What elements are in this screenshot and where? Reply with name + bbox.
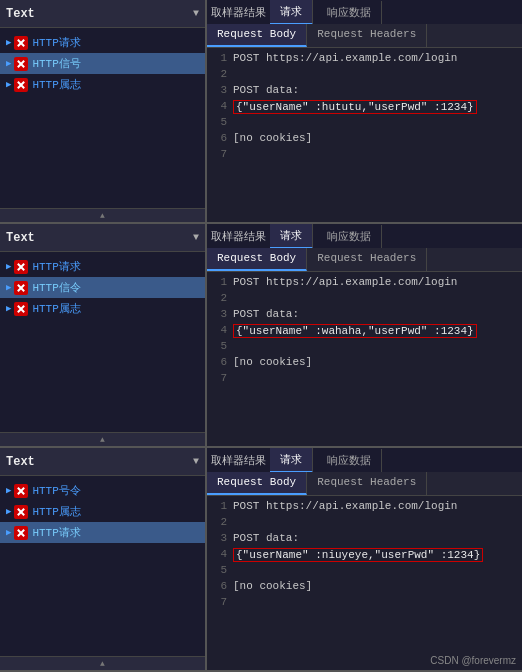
code-line-3-1: 1POST https://api.example.com/login	[207, 500, 522, 516]
left-header-3: Text▼	[0, 448, 205, 476]
left-dropdown-icon-1[interactable]: ▼	[193, 8, 199, 19]
line-content: {"userName" :hututu,"userPwd" :1234}	[233, 100, 520, 114]
error-icon	[14, 281, 28, 295]
scroll-up-icon: ▲	[100, 435, 105, 444]
line-number: 2	[209, 292, 227, 304]
expand-arrow-icon: ▶	[6, 261, 11, 272]
code-line-2-6: 6[no cookies]	[207, 356, 522, 372]
expand-arrow-icon: ▶	[6, 58, 11, 69]
subtab-request-body-3[interactable]: Request Body	[207, 472, 307, 495]
line-number: 6	[209, 356, 227, 368]
post-method: POST	[233, 500, 266, 512]
left-item-3-3[interactable]: ▶HTTP请求	[0, 522, 205, 543]
right-tab-请求[interactable]: 请求	[270, 224, 313, 249]
watermark: CSDN @forevermz	[430, 655, 516, 666]
subtab-request-headers-1[interactable]: Request Headers	[307, 24, 427, 47]
line-content: POST data:	[233, 532, 520, 544]
item-label: HTTP信令	[32, 280, 80, 295]
expand-arrow-icon: ▶	[6, 303, 11, 314]
scroll-up-icon: ▲	[100, 659, 105, 668]
error-icon	[14, 78, 28, 92]
code-line-1-1: 1POST https://api.example.com/login	[207, 52, 522, 68]
right-tab-响应数据[interactable]: 响应数据	[317, 449, 382, 472]
error-icon	[14, 57, 28, 71]
right-subtabs-3: Request BodyRequest Headers	[207, 472, 522, 496]
left-dropdown-icon-3[interactable]: ▼	[193, 456, 199, 467]
right-content-2: 1POST https://api.example.com/login23POS…	[207, 272, 522, 446]
right-header-label-2: 取样器结果	[211, 229, 266, 244]
line-content: POST https://api.example.com/login	[233, 52, 520, 64]
blurred-url: https://api.example.com/login	[266, 500, 457, 512]
line-number: 2	[209, 516, 227, 528]
subtab-request-headers-3[interactable]: Request Headers	[307, 472, 427, 495]
subtab-request-body-2[interactable]: Request Body	[207, 248, 307, 271]
code-line-3-4: 4{"userName" :niuyeye,"userPwd" :1234}	[207, 548, 522, 564]
line-number: 2	[209, 68, 227, 80]
panel-3: Text▼▶HTTP号令▶HTTP属志▶HTTP请求▲取样器结果请求响应数据Re…	[0, 448, 522, 672]
error-icon	[14, 505, 28, 519]
left-header-1: Text▼	[0, 0, 205, 28]
right-header-1: 取样器结果请求响应数据	[207, 0, 522, 24]
expand-arrow-icon: ▶	[6, 506, 11, 517]
item-label: HTTP信号	[32, 56, 80, 71]
code-line-2-5: 5	[207, 340, 522, 356]
error-icon	[14, 302, 28, 316]
left-item-3-1[interactable]: ▶HTTP号令	[0, 480, 205, 501]
line-content: [no cookies]	[233, 132, 520, 144]
left-item-2-1[interactable]: ▶HTTP请求	[0, 256, 205, 277]
code-area-1: 1POST https://api.example.com/login23POS…	[207, 48, 522, 222]
left-item-1-1[interactable]: ▶HTTP请求	[0, 32, 205, 53]
subtab-request-headers-2[interactable]: Request Headers	[307, 248, 427, 271]
right-tab-请求[interactable]: 请求	[270, 448, 313, 473]
line-content: POST https://api.example.com/login	[233, 276, 520, 288]
error-icon	[14, 260, 28, 274]
right-pane-2: 取样器结果请求响应数据Request BodyRequest Headers1P…	[207, 224, 522, 446]
item-label: HTTP号令	[32, 483, 80, 498]
expand-arrow-icon: ▶	[6, 485, 11, 496]
right-content-1: 1POST https://api.example.com/login23POS…	[207, 48, 522, 222]
left-item-2-3[interactable]: ▶HTTP属志	[0, 298, 205, 319]
left-items-2: ▶HTTP请求▶HTTP信令▶HTTP属志	[0, 252, 205, 432]
subtab-request-body-1[interactable]: Request Body	[207, 24, 307, 47]
left-item-1-2[interactable]: ▶HTTP信号	[0, 53, 205, 74]
line-number: 6	[209, 132, 227, 144]
right-tab-响应数据[interactable]: 响应数据	[317, 225, 382, 248]
code-line-2-2: 2	[207, 292, 522, 308]
left-pane-3: Text▼▶HTTP号令▶HTTP属志▶HTTP请求▲	[0, 448, 207, 670]
scroll-indicator-2: ▲	[0, 432, 205, 446]
left-item-2-2[interactable]: ▶HTTP信令	[0, 277, 205, 298]
line-number: 5	[209, 116, 227, 128]
left-item-3-2[interactable]: ▶HTTP属志	[0, 501, 205, 522]
right-header-label-1: 取样器结果	[211, 5, 266, 20]
left-dropdown-icon-2[interactable]: ▼	[193, 232, 199, 243]
expand-arrow-icon: ▶	[6, 79, 11, 90]
scroll-indicator-1: ▲	[0, 208, 205, 222]
left-title-2: Text	[6, 231, 35, 245]
left-items-3: ▶HTTP号令▶HTTP属志▶HTTP请求	[0, 476, 205, 656]
left-header-2: Text▼	[0, 224, 205, 252]
right-tab-响应数据[interactable]: 响应数据	[317, 1, 382, 24]
line-content: [no cookies]	[233, 580, 520, 592]
code-line-3-7: 7	[207, 596, 522, 612]
line-number: 3	[209, 84, 227, 96]
code-line-2-1: 1POST https://api.example.com/login	[207, 276, 522, 292]
panel-2: Text▼▶HTTP请求▶HTTP信令▶HTTP属志▲取样器结果请求响应数据Re…	[0, 224, 522, 448]
line-content: POST data:	[233, 84, 520, 96]
right-header-2: 取样器结果请求响应数据	[207, 224, 522, 248]
left-item-1-3[interactable]: ▶HTTP属志	[0, 74, 205, 95]
boxed-data: {"userName" :hututu,"userPwd" :1234}	[233, 100, 477, 114]
error-icon	[14, 526, 28, 540]
expand-arrow-icon: ▶	[6, 527, 11, 538]
panel-1: Text▼▶HTTP请求▶HTTP信号▶HTTP属志▲取样器结果请求响应数据Re…	[0, 0, 522, 224]
code-line-1-4: 4{"userName" :hututu,"userPwd" :1234}	[207, 100, 522, 116]
item-label: HTTP请求	[32, 525, 80, 540]
line-number: 4	[209, 324, 227, 336]
line-number: 7	[209, 596, 227, 608]
line-content: [no cookies]	[233, 356, 520, 368]
right-tab-请求[interactable]: 请求	[270, 0, 313, 25]
scroll-up-icon: ▲	[100, 211, 105, 220]
left-pane-2: Text▼▶HTTP请求▶HTTP信令▶HTTP属志▲	[0, 224, 207, 446]
code-line-1-7: 7	[207, 148, 522, 164]
right-pane-3: 取样器结果请求响应数据Request BodyRequest Headers1P…	[207, 448, 522, 670]
line-number: 5	[209, 564, 227, 576]
